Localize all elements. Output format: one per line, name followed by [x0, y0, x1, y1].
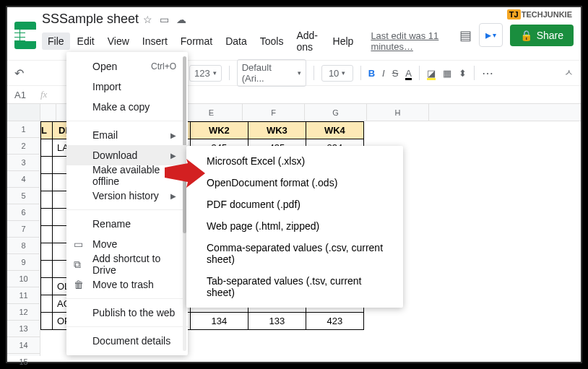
menu-item-add-shortcut-to-drive[interactable]: ⧉Add shortcut to Drive [66, 254, 188, 274]
menu-insert[interactable]: Insert [137, 32, 173, 50]
comments-icon[interactable]: ▤ [459, 27, 472, 43]
menu-item-document-details[interactable]: Document details [66, 331, 188, 351]
last-edit-link[interactable]: Last edit was 11 minutes… [365, 27, 446, 55]
cell[interactable]: 134 [190, 313, 248, 330]
bold-button[interactable]: B [368, 68, 375, 79]
menu-item-move[interactable]: ▭Move [66, 234, 188, 254]
menu-tools[interactable]: Tools [254, 32, 290, 50]
menu-item-make-a-copy[interactable]: Make a copy [66, 97, 188, 117]
fill-color-button[interactable]: ◪ [427, 68, 436, 79]
menu-item-open[interactable]: OpenCtrl+O [66, 56, 188, 77]
table-header: WK2 [190, 122, 248, 139]
chevron-right-icon: ▶ [170, 192, 176, 200]
row-header[interactable]: 12 [7, 304, 40, 321]
menu-item-publish-to-the-web[interactable]: Publish to the web [66, 303, 188, 323]
annotation-arrow [165, 159, 205, 188]
menu-item-rename[interactable]: Rename [66, 214, 188, 234]
more-toolbar-icon[interactable]: ⋯ [482, 66, 494, 80]
row-header[interactable]: 11 [7, 287, 40, 304]
table-header: WK4 [306, 122, 363, 139]
borders-button[interactable]: ▦ [443, 68, 451, 79]
move-icon[interactable]: ▭ [160, 14, 169, 25]
row-header[interactable]: 5 [7, 188, 40, 204]
font-size[interactable]: 10▾ [321, 65, 353, 82]
menu-item-move-to-trash[interactable]: 🗑Move to trash [66, 274, 188, 295]
chevron-right-icon: ▶ [170, 131, 176, 139]
number-format[interactable]: 123▾ [189, 65, 222, 82]
star-icon[interactable]: ☆ [143, 14, 152, 25]
menu-item-import[interactable]: Import [66, 77, 188, 97]
menu-item-email[interactable]: Email▶ [66, 125, 188, 145]
watermark: TJTECHJUNKIE [507, 10, 572, 19]
table-header: WK3 [248, 122, 306, 139]
menu-format[interactable]: Format [175, 32, 218, 50]
col-header[interactable]: H [367, 104, 429, 121]
download-option[interactable]: Comma-separated values (.csv, current sh… [186, 237, 403, 270]
svg-marker-0 [165, 159, 205, 188]
fx-icon: fx [40, 89, 47, 100]
menu-view[interactable]: View [102, 32, 135, 50]
sheets-app-icon[interactable] [14, 22, 36, 49]
chevron-down-icon: ▾ [493, 31, 496, 39]
menu-item-icon: ⧉ [74, 259, 81, 271]
row-header[interactable]: 9 [7, 254, 40, 271]
row-header[interactable]: 7 [7, 221, 40, 238]
menu-item-icon: 🗑 [74, 279, 84, 290]
download-option[interactable]: Web page (.html, zipped) [186, 215, 403, 237]
row-header[interactable]: 3 [7, 155, 40, 171]
menu-data[interactable]: Data [220, 32, 253, 50]
cell[interactable]: 423 [306, 313, 363, 330]
row-header[interactable]: 8 [7, 238, 40, 254]
cloud-icon[interactable]: ☁ [176, 14, 186, 25]
document-title[interactable]: SSSample sheet [42, 12, 139, 27]
download-option[interactable]: PDF document (.pdf) [186, 194, 403, 215]
row-header[interactable]: 1 [7, 121, 40, 138]
file-menu-panel: OpenCtrl+OImportMake a copyEmail▶Downloa… [66, 52, 188, 355]
download-option[interactable]: OpenDocument format (.ods) [186, 172, 403, 194]
lock-icon: 🔒 [520, 30, 532, 41]
menu-file[interactable]: File [42, 32, 70, 50]
download-option[interactable]: Tab-separated values (.tsv, current shee… [186, 270, 403, 303]
menu-addons[interactable]: Add-ons [290, 27, 325, 56]
text-color-button[interactable]: A [405, 68, 412, 79]
col-header[interactable]: G [305, 104, 367, 121]
name-box[interactable]: A1 [14, 90, 26, 100]
col-header[interactable]: F [243, 104, 305, 121]
undo-icon[interactable]: ↶ [14, 66, 24, 80]
download-option[interactable]: Microsoft Excel (.xlsx) [186, 150, 403, 172]
cell[interactable]: 133 [248, 313, 306, 330]
row-header[interactable]: 15 [7, 354, 40, 369]
row-header[interactable]: 4 [7, 171, 40, 188]
menu-edit[interactable]: Edit [72, 32, 100, 50]
col-header[interactable]: E [181, 104, 243, 121]
chevron-right-icon: ▶ [170, 152, 176, 160]
download-submenu: Microsoft Excel (.xlsx)OpenDocument form… [186, 146, 403, 308]
row-header[interactable]: 6 [7, 204, 40, 221]
share-button[interactable]: 🔒 Share [510, 25, 574, 46]
expand-up-icon[interactable]: ㅅ [564, 66, 574, 79]
merge-button[interactable]: ⬍ [459, 68, 467, 79]
present-button[interactable]: ▸ ▾ [479, 23, 503, 47]
menu-help[interactable]: Help [327, 32, 360, 50]
italic-button[interactable]: I [382, 68, 385, 79]
row-header[interactable]: 14 [7, 337, 40, 354]
row-header[interactable]: 2 [7, 138, 40, 155]
menu-item-version-history[interactable]: Version history▶ [66, 186, 188, 206]
col-header[interactable] [40, 104, 56, 121]
select-all-corner[interactable] [7, 104, 40, 121]
row-header[interactable]: 13 [7, 321, 40, 337]
font-select[interactable]: Default (Ari...▾ [237, 59, 306, 87]
present-icon: ▸ [485, 28, 491, 42]
menu-item-icon: ▭ [74, 238, 83, 250]
strike-button[interactable]: S [392, 68, 399, 79]
row-headers: 123456789101112131415 [7, 104, 40, 356]
row-header[interactable]: 10 [7, 271, 40, 287]
